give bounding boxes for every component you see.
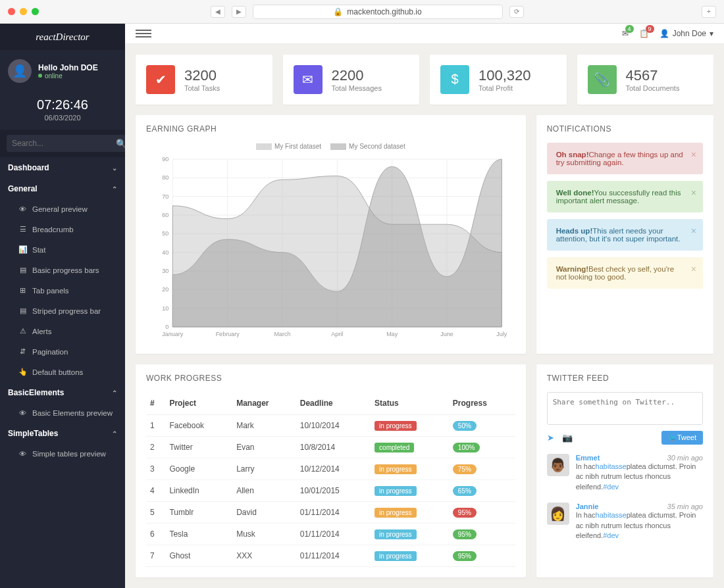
sidebar-item[interactable]: ⊞Tab panels — [0, 280, 125, 301]
legend-item: My First dataset — [274, 143, 321, 150]
browser-back-icon[interactable]: ◀ — [211, 6, 225, 18]
close-icon[interactable]: × — [691, 149, 696, 160]
sidebar-item-label: Basic progress bars — [32, 266, 99, 274]
status-badge: in progress — [375, 508, 416, 518]
hamburger-icon[interactable] — [136, 30, 151, 37]
svg-text:July: July — [496, 331, 507, 337]
url-bar[interactable]: 🔒 mackentoch.github.io — [253, 5, 503, 19]
sidebar-item[interactable]: ☰Breadcrumb — [0, 219, 125, 239]
feed-link[interactable]: habitasse — [596, 511, 627, 519]
clock: 07:26:46 06/03/2020 — [0, 92, 125, 130]
sidebar-item[interactable]: 👁Basic Elements preview — [0, 403, 125, 423]
sidebar-cat-simpletables[interactable]: SimpleTables ⌃ — [0, 423, 125, 444]
sidebar-item[interactable]: 👆Default buttons — [0, 362, 125, 382]
sidebar-item[interactable]: ⚠Alerts — [0, 321, 125, 341]
close-icon[interactable]: × — [691, 264, 696, 274]
user-menu[interactable]: 👤 John Doe ▾ — [659, 29, 713, 38]
maximize-window-button[interactable] — [32, 8, 39, 15]
stat-card: ✉2200Total Messages — [283, 55, 420, 105]
table-row: 5TumblrDavid01/11/2014in progress95% — [146, 502, 515, 524]
stat-label: Total Messages — [332, 84, 382, 92]
clip-icon: 📎 — [588, 65, 617, 94]
sidebar-cat-basicelements[interactable]: BasicElements ⌃ — [0, 382, 125, 403]
stat-value: 2200 — [332, 67, 382, 84]
svg-text:April: April — [331, 331, 343, 337]
sidebar-cat-label: BasicElements — [8, 388, 64, 397]
browser-forward-icon[interactable]: ▶ — [232, 6, 246, 18]
sidebar-cat-dashboard[interactable]: Dashboard ⌄ — [0, 157, 125, 178]
sidebar-item[interactable]: ⇵Pagination — [0, 341, 125, 362]
sidebar-cat-label: Dashboard — [8, 163, 49, 172]
sidebar-item[interactable]: 👁Simple tables preview — [0, 444, 125, 464]
mail-button[interactable]: ✉ 4 — [622, 29, 629, 38]
profile-block: 👤 Hello John DOE online — [0, 50, 125, 92]
camera-icon[interactable]: 📷 — [562, 433, 573, 443]
table-row: 3GoogleLarry10/12/2014in progress75% — [146, 458, 515, 480]
stat-value: 4567 — [626, 67, 680, 84]
alert-icon: ⚠ — [18, 327, 27, 335]
sidebar-item[interactable]: 👁General preview — [0, 199, 125, 219]
feed-link[interactable]: habitasse — [596, 462, 627, 470]
eye-icon: 👁 — [18, 409, 27, 417]
progress-badge: 95% — [453, 508, 477, 518]
minimize-window-button[interactable] — [20, 8, 27, 15]
svg-text:70: 70 — [162, 193, 168, 200]
table-header: Manager — [232, 392, 296, 415]
alert-strong: Oh snap! — [556, 151, 589, 159]
progress-badge: 50% — [453, 421, 477, 431]
feed-text: In hachabitasseplatea dictumst. Proin ac… — [576, 510, 703, 541]
table-header: Progress — [449, 392, 515, 415]
alert-success: ×Well done!You successfully read this im… — [547, 181, 703, 212]
check-icon: ✔ — [146, 65, 175, 94]
table-row: 4LinkedInAllen10/01/2015in progress65% — [146, 480, 515, 502]
sidebar-item-label: Default buttons — [32, 368, 83, 376]
progress-badge: 95% — [453, 551, 477, 561]
close-icon[interactable]: × — [691, 226, 696, 236]
stat-card: ✔3200Total Tasks — [136, 55, 272, 105]
tab-icon: ⊞ — [18, 286, 27, 295]
sidebar-cat-label: SimpleTables — [8, 429, 58, 438]
tweet-input[interactable] — [547, 392, 703, 425]
stat-card: $100,320Total Profit — [430, 55, 567, 105]
chart-icon: 📊 — [18, 245, 27, 254]
tweet-button[interactable]: 🐦Tweet — [661, 431, 703, 445]
sidebar-item[interactable]: ▤Striped progress bar — [0, 301, 125, 321]
status-badge: completed — [375, 443, 414, 453]
feed-item: 👩Jannie35 min agoIn hachabitasseplatea d… — [547, 497, 703, 546]
traffic-lights — [8, 8, 39, 15]
status-badge: in progress — [375, 486, 416, 496]
topnav: ✉ 4 📋 9 👤 John Doe ▾ — [125, 24, 724, 44]
browser-chrome: ◀ ▶ 🔒 mackentoch.github.io ⟳ + — [0, 0, 724, 24]
refresh-icon[interactable]: ⟳ — [509, 6, 524, 18]
svg-text:80: 80 — [162, 174, 168, 181]
feed-author[interactable]: Jannie — [576, 502, 599, 510]
feed-hashtag[interactable]: #dev — [603, 531, 619, 539]
chevron-up-icon: ⌃ — [112, 185, 117, 193]
alert-strong: Well done! — [556, 189, 594, 197]
sidebar-item-label: Striped progress bar — [32, 307, 101, 315]
feed-time: 30 min ago — [667, 454, 703, 462]
avatar[interactable]: 👤 — [8, 59, 32, 83]
sidebar-item[interactable]: 📊Stat — [0, 239, 125, 260]
earning-chart: 0102030405060708090JanuaryFebruaryMarchA… — [146, 153, 515, 343]
alert-strong: Warning! — [556, 265, 588, 273]
feed-hashtag[interactable]: #dev — [603, 483, 619, 491]
location-icon[interactable]: ➤ — [547, 433, 554, 443]
sidebar-cat-general[interactable]: General ⌃ — [0, 178, 125, 199]
status-badge: in progress — [375, 464, 416, 474]
sidebar-item[interactable]: ▤Basic progress bars — [0, 260, 125, 280]
sidebar: reactDirector 👤 Hello John DOE online 07… — [0, 24, 125, 588]
alert-warning: ×Warning!Best check yo self, you're not … — [547, 257, 703, 289]
twitter-icon: 🐦 — [668, 433, 677, 441]
svg-text:May: May — [386, 331, 398, 337]
new-tab-button[interactable]: + — [702, 6, 716, 18]
close-icon[interactable]: × — [691, 187, 696, 198]
search-input[interactable] — [7, 135, 116, 152]
notifications-button[interactable]: 📋 9 — [639, 29, 649, 38]
progress-badge: 65% — [453, 486, 477, 496]
chevron-up-icon: ⌃ — [112, 389, 117, 397]
close-window-button[interactable] — [8, 8, 15, 15]
notifications-panel: NOTIFICATIONS ×Oh snap!Change a few thin… — [536, 115, 713, 354]
alert-danger: ×Oh snap!Change a few things up and try … — [547, 143, 703, 174]
feed-author[interactable]: Emmet — [576, 454, 600, 462]
